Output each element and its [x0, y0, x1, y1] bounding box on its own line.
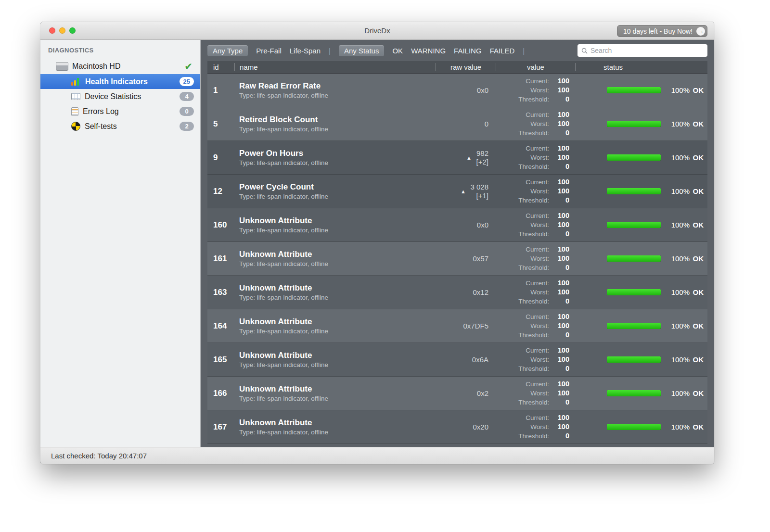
minimize-button[interactable]: [59, 27, 65, 34]
threshold-label: Threshold:: [518, 128, 549, 138]
filter-life-span[interactable]: Life-Span: [290, 47, 321, 55]
search-input[interactable]: [590, 47, 704, 54]
license-label: 10 days left - Buy Now!: [623, 27, 693, 35]
zoom-button[interactable]: [69, 27, 76, 34]
attribute-name-cell: Power On Hours Type: life-span indicator…: [234, 149, 436, 166]
current-value: 100: [549, 177, 569, 187]
attribute-type: Type: life-span indicator, offline: [239, 395, 436, 402]
current-label: Current:: [526, 346, 549, 355]
current-label: Current:: [526, 177, 549, 187]
attribute-name-cell: Unknown Attribute Type: life-span indica…: [234, 384, 436, 402]
column-header-value: value: [496, 63, 575, 71]
worst-value: 100: [549, 254, 569, 263]
table-row[interactable]: 167 Unknown Attribute Type: life-span in…: [207, 410, 707, 444]
filter-failing[interactable]: FAILING: [454, 47, 482, 55]
title-bar: DriveDx 10 days left - Buy Now! →: [40, 22, 714, 40]
filter-any-status[interactable]: Any Status: [339, 45, 385, 56]
search-box: [578, 44, 707, 57]
table-row[interactable]: 9 Power On Hours Type: life-span indicat…: [207, 141, 707, 175]
status-cell: 100% OK: [575, 86, 707, 94]
current-label: Current:: [526, 211, 549, 220]
main-panel: Any Type Pre-Fail Life-Span | Any Status…: [201, 40, 714, 447]
filter-ok[interactable]: OK: [392, 47, 403, 55]
threshold-value: 0: [549, 229, 569, 239]
table-row[interactable]: 161 Unknown Attribute Type: life-span in…: [207, 242, 707, 276]
status-badge: OK: [693, 389, 704, 397]
trend-up-icon: ▲: [460, 189, 466, 194]
filter-warning[interactable]: WARNING: [411, 47, 446, 55]
raw-value-cell: 0x12: [436, 288, 496, 297]
filter-any-type[interactable]: Any Type: [207, 45, 248, 56]
attribute-name-cell: Retired Block Count Type: life-span indi…: [234, 115, 436, 133]
raw-value: 0x6A: [472, 355, 488, 364]
status-badge: OK: [693, 254, 704, 263]
status-cell: 100% OK: [575, 355, 707, 364]
value-cell: Current: 100 Worst: 100 Threshold: 0: [496, 177, 575, 205]
health-percent: 100%: [665, 187, 690, 195]
attribute-id: 9: [207, 153, 234, 163]
table-row[interactable]: 5 Retired Block Count Type: life-span in…: [207, 107, 707, 141]
attribute-id: 161: [207, 254, 234, 264]
status-cell: 100% OK: [575, 423, 707, 431]
count-badge: 4: [180, 92, 194, 101]
status-badge: OK: [693, 423, 704, 431]
status-badge: OK: [693, 322, 704, 330]
table-row[interactable]: 163 Unknown Attribute Type: life-span in…: [207, 276, 707, 309]
self-test-icon: [71, 122, 80, 131]
attribute-type: Type: life-span indicator, offline: [239, 429, 436, 436]
health-percent: 100%: [665, 389, 690, 397]
table-row[interactable]: 166 Unknown Attribute Type: life-span in…: [207, 377, 707, 410]
table-row[interactable]: 160 Unknown Attribute Type: life-span in…: [207, 208, 707, 242]
raw-value-cell: 0x20: [436, 423, 496, 431]
threshold-label: Threshold:: [518, 398, 549, 407]
table-row[interactable]: 1 Raw Read Error Rate Type: life-span in…: [207, 74, 707, 107]
health-bar-fill: [607, 255, 661, 262]
table-grid-icon: [71, 93, 80, 100]
value-cell: Current: 100 Worst: 100 Threshold: 0: [496, 76, 575, 104]
buy-now-button[interactable]: 10 days left - Buy Now! →: [617, 25, 707, 37]
threshold-label: Threshold:: [518, 196, 549, 205]
column-header-status: status: [575, 63, 707, 71]
threshold-value: 0: [549, 196, 569, 205]
health-bar: [607, 222, 661, 228]
attribute-name: Power Cycle Count: [239, 182, 436, 192]
filter-pre-fail[interactable]: Pre-Fail: [256, 47, 282, 55]
table-row[interactable]: 164 Unknown Attribute Type: life-span in…: [207, 309, 707, 343]
raw-values: 982 [+2]: [476, 149, 488, 166]
close-button[interactable]: [49, 27, 55, 34]
table-row[interactable]: 12 Power Cycle Count Type: life-span ind…: [207, 175, 707, 208]
table-row[interactable]: 165 Unknown Attribute Type: life-span in…: [207, 343, 707, 377]
attribute-name: Power On Hours: [239, 149, 436, 158]
status-badge: OK: [693, 221, 704, 229]
raw-value-cell: 0x7DF5: [436, 322, 496, 330]
health-bar: [607, 87, 661, 93]
sidebar-item-label: Device Statistics: [85, 92, 141, 101]
table-scroll-area[interactable]: 1 Raw Read Error Rate Type: life-span in…: [207, 74, 707, 447]
value-cell: Current: 100 Worst: 100 Threshold: 0: [496, 245, 575, 272]
sidebar-item-errors-log[interactable]: Errors Log 0: [40, 104, 200, 119]
sidebar-item-health-indicators[interactable]: Health Indicators 25: [40, 74, 200, 89]
raw-values: 0x20: [473, 423, 488, 431]
current-value: 100: [549, 110, 569, 119]
worst-value: 100: [549, 355, 569, 364]
value-cell: Current: 100 Worst: 100 Threshold: 0: [496, 413, 575, 441]
health-bar-fill: [607, 154, 661, 161]
last-checked-text: Last checked: Today 20:47:07: [51, 452, 147, 460]
sidebar-item-self-tests[interactable]: Self-tests 2: [40, 119, 200, 134]
health-percent: 100%: [665, 288, 690, 296]
health-bar-fill: [607, 121, 661, 127]
sidebar-item-device-statistics[interactable]: Device Statistics 4: [40, 89, 200, 104]
sidebar-device-macintosh-hd[interactable]: Macintosh HD ✔: [40, 59, 200, 74]
count-badge: 25: [180, 77, 194, 86]
current-value: 100: [549, 346, 569, 355]
raw-values: 0x2: [477, 389, 488, 398]
health-bar: [607, 390, 661, 396]
filter-failed[interactable]: FAILED: [490, 47, 515, 55]
worst-label: Worst:: [530, 422, 549, 431]
app-window: DriveDx 10 days left - Buy Now! → DIAGNO…: [40, 22, 714, 464]
current-label: Current:: [526, 144, 549, 153]
threshold-value: 0: [549, 297, 569, 306]
attribute-type: Type: life-span indicator, offline: [239, 227, 436, 234]
health-bar: [607, 188, 661, 194]
status-cell: 100% OK: [575, 254, 707, 263]
